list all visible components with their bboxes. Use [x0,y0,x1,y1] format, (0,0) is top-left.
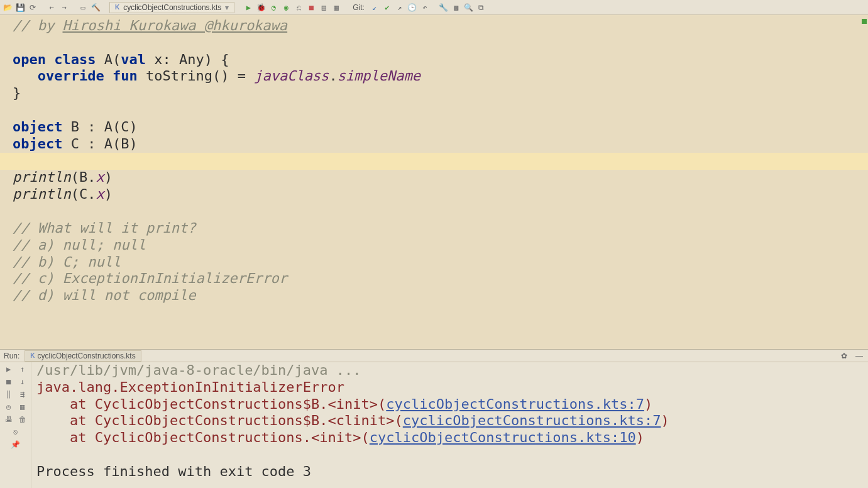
coverage-icon[interactable]: ◔ [268,3,278,13]
hierarchy-icon[interactable]: ▦ [331,3,341,13]
pin-icon[interactable]: 📌 [11,440,20,449]
run-gutter: ▶ ↑ ■ ↓ ‖ ⇶ ◎ ▦ 🖶 🗑 ⎋ 📌 [0,362,31,488]
more-icon[interactable]: ⧉ [476,3,486,13]
kotlin-file-icon: K [115,4,119,11]
git-history-icon[interactable]: 🕒 [407,3,417,13]
scroll-down-icon[interactable]: ↓ [18,377,27,386]
run-tool-window: Run: K cyclicObjectConstructions.kts ✿ —… [0,349,868,488]
refresh-icon[interactable]: ⟳ [28,3,38,13]
file-tab-label: cyclicObjectConstructions.kts [123,3,221,12]
settings-icon[interactable]: 🔧 [439,3,449,13]
save-icon[interactable]: 💾 [15,3,25,13]
stacktrace-link[interactable]: cyclicObjectConstructions.kts:10 [370,430,636,445]
git-commit-icon[interactable]: ✔ [382,3,392,13]
structure-icon[interactable]: ▤ [319,3,329,13]
stacktrace-link[interactable]: cyclicObjectConstructions.kts:7 [403,413,661,428]
trash-icon[interactable]: 🗑 [18,415,27,424]
soft-wrap-icon[interactable]: ⇶ [18,390,27,399]
rerun-icon[interactable]: ▶ [4,365,13,374]
dump-icon[interactable]: ◎ [4,402,13,411]
file-tab[interactable]: K cyclicObjectConstructions.kts ▾ [109,2,234,13]
kotlin-file-icon: K [30,352,35,359]
code-content: // by Hiroshi Kurokawa @hkurokawa open c… [13,18,868,304]
build-icon[interactable]: 🔨 [91,3,101,13]
run-header: Run: K cyclicObjectConstructions.kts ✿ — [0,350,868,362]
git-revert-icon[interactable]: ↶ [420,3,430,13]
forward-icon[interactable]: → [59,3,69,13]
scroll-up-icon[interactable]: ↑ [18,365,27,374]
run-tab-label: cyclicObjectConstructions.kts [38,352,136,360]
dropdown-icon[interactable]: ▾ [225,3,229,12]
attach-icon[interactable]: ⎌ [294,3,304,13]
search-icon[interactable]: 🔍 [464,3,474,13]
git-pull-icon[interactable]: ↙ [370,3,380,13]
window-icon[interactable]: ▭ [78,3,88,13]
run-label: Run: [4,352,19,360]
stacktrace-link[interactable]: cyclicObjectConstructions.kts:7 [386,396,644,412]
run-settings-icon[interactable]: ✿ [839,351,849,361]
minimize-icon[interactable]: — [854,351,864,361]
stop-icon[interactable]: ■ [306,3,316,13]
debug-icon[interactable]: 🐞 [256,3,266,13]
profile-icon[interactable]: ◉ [281,3,291,13]
code-editor[interactable]: // by Hiroshi Kurokawa @hkurokawa open c… [0,15,868,349]
run-tab[interactable]: K cyclicObjectConstructions.kts [25,350,141,362]
exit-icon[interactable]: ⎋ [11,428,20,436]
print-icon[interactable]: 🖶 [4,415,13,424]
open-icon[interactable]: 📂 [3,3,13,13]
project-icon[interactable]: ▩ [451,3,461,13]
git-compare-icon[interactable]: ↗ [395,3,405,13]
git-label: Git: [353,3,365,12]
run-icon[interactable]: ▶ [243,3,253,13]
run-output[interactable]: /usr/lib/jvm/java-8-oracle/bin/java ... … [31,362,868,488]
layout-icon[interactable]: ▦ [18,402,27,411]
main-toolbar: 📂 💾 ⟳ ← → ▭ 🔨 K cyclicObjectConstruction… [0,0,868,15]
stop-run-icon[interactable]: ■ [4,377,13,386]
back-icon[interactable]: ← [47,3,57,13]
pause-icon[interactable]: ‖ [4,390,13,399]
